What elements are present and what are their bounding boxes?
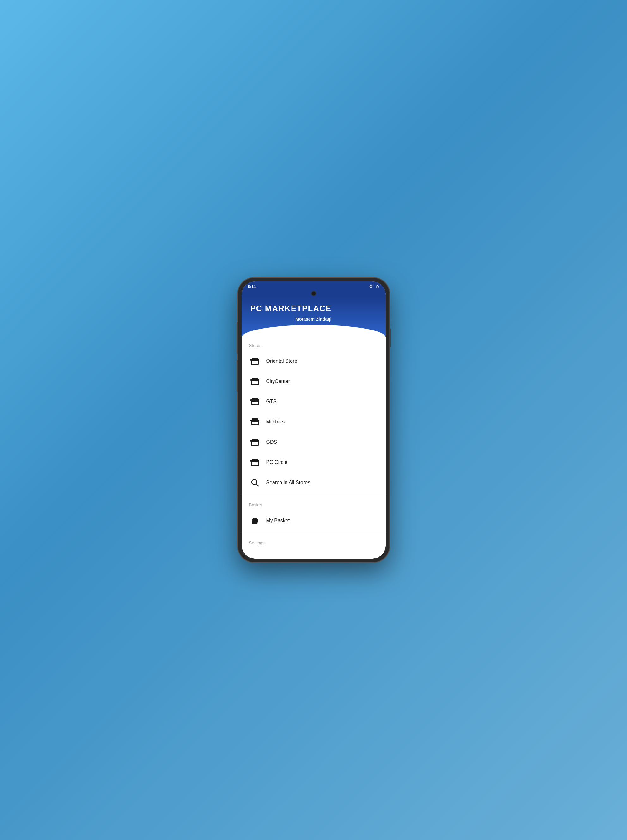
svg-rect-17 <box>252 398 258 400</box>
svg-rect-15 <box>257 402 258 404</box>
svg-rect-26 <box>254 442 256 444</box>
svg-rect-20 <box>254 422 256 424</box>
store-icon-midteks <box>249 416 260 427</box>
sidebar-item-pc-circle[interactable]: PC Circle <box>241 452 386 473</box>
sidebar-item-search-all-stores[interactable]: Search in All Stores <box>241 473 386 493</box>
store-label-gds: GDS <box>266 439 277 445</box>
svg-rect-21 <box>257 422 258 424</box>
status-bar: 5:11 ⚙ ⊘ <box>241 282 386 291</box>
svg-rect-35 <box>252 459 258 460</box>
search-icon <box>249 477 260 488</box>
svg-line-37 <box>256 484 258 486</box>
svg-rect-23 <box>252 418 258 420</box>
svg-rect-11 <box>252 378 258 380</box>
svg-rect-27 <box>257 442 258 444</box>
store-icon-citycenter <box>249 376 260 387</box>
svg-rect-25 <box>252 442 254 444</box>
svg-rect-14 <box>254 402 256 404</box>
store-label-oriental: Oriental Store <box>266 358 298 364</box>
divider-basket-settings <box>241 533 386 533</box>
svg-rect-5 <box>252 358 258 359</box>
dnd-icon: ⊘ <box>376 284 380 289</box>
gear-icon: ⚙ <box>369 284 373 289</box>
phone-screen: 5:11 ⚙ ⊘ PC MARKETPLACE Motasem Zindaqi … <box>241 282 386 558</box>
app-header: PC MARKETPLACE Motasem Zindaqi <box>241 297 386 337</box>
svg-rect-33 <box>257 462 258 465</box>
status-icons-group: ⚙ ⊘ <box>369 284 380 289</box>
camera-bar <box>241 291 386 297</box>
store-label-citycenter: CityCenter <box>266 378 290 384</box>
svg-rect-19 <box>252 422 254 424</box>
svg-rect-29 <box>252 439 258 440</box>
stores-section-label: Stores <box>241 337 386 351</box>
svg-rect-2 <box>254 361 256 364</box>
my-basket-label: My Basket <box>266 518 290 523</box>
sidebar-item-midteks[interactable]: MidTeks <box>241 412 386 432</box>
drawer-content: Stores Oriental Store <box>241 337 386 558</box>
app-screen: 5:11 ⚙ ⊘ PC MARKETPLACE Motasem Zindaqi … <box>241 282 386 558</box>
store-icon-pc-circle <box>249 457 260 468</box>
camera-dot <box>311 291 316 296</box>
svg-rect-32 <box>254 462 256 465</box>
basket-section-label: Basket <box>241 497 386 511</box>
svg-rect-3 <box>257 361 258 364</box>
sidebar-item-citycenter[interactable]: CityCenter <box>241 371 386 392</box>
divider-stores-basket <box>241 495 386 495</box>
phone-frame: 5:11 ⚙ ⊘ PC MARKETPLACE Motasem Zindaqi … <box>238 278 389 562</box>
store-label-midteks: MidTeks <box>266 419 285 425</box>
svg-rect-9 <box>257 381 258 384</box>
status-time: 5:11 <box>248 284 256 289</box>
search-all-stores-label: Search in All Stores <box>266 480 310 485</box>
app-title: PC MARKETPLACE <box>250 304 377 314</box>
settings-section-label: Settings <box>241 535 386 548</box>
sidebar-item-gds[interactable]: GDS <box>241 432 386 452</box>
svg-rect-7 <box>252 381 254 384</box>
store-label-pc-circle: PC Circle <box>266 460 288 465</box>
store-icon-gts <box>249 396 260 407</box>
sidebar-item-gts[interactable]: GTS <box>241 392 386 412</box>
svg-rect-13 <box>252 402 254 404</box>
store-icon-oriental <box>249 356 260 367</box>
username-label: Motasem Zindaqi <box>250 317 377 322</box>
basket-icon <box>249 515 260 526</box>
svg-rect-31 <box>252 462 254 465</box>
header-wave <box>241 325 386 337</box>
sidebar-item-my-basket[interactable]: My Basket <box>241 511 386 531</box>
store-label-gts: GTS <box>266 399 277 405</box>
svg-rect-1 <box>252 361 254 364</box>
sidebar-item-oriental-store[interactable]: Oriental Store <box>241 351 386 371</box>
store-icon-gds <box>249 437 260 448</box>
svg-rect-8 <box>254 381 256 384</box>
